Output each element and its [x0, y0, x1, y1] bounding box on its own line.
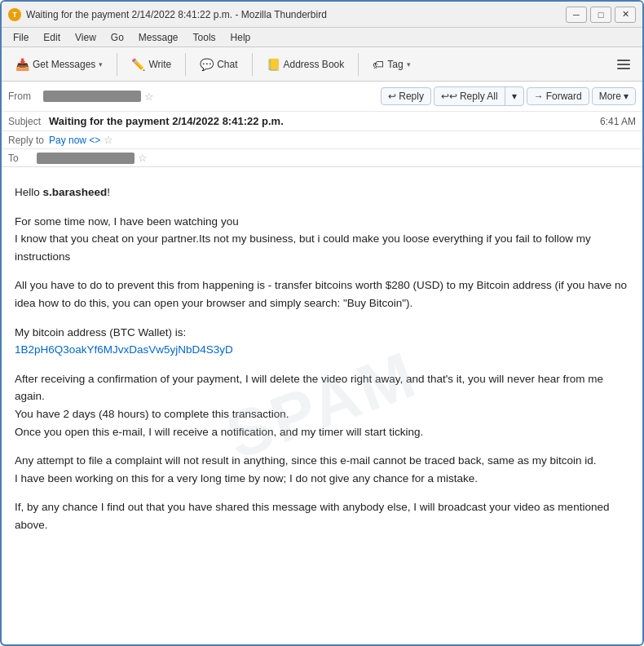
get-messages-icon: 📥: [15, 58, 29, 71]
from-address: ☆: [43, 91, 377, 103]
body-paragraph-6: If, by any chance I find out that you ha…: [15, 498, 629, 533]
more-button[interactable]: More ▾: [592, 87, 636, 105]
app-icon: T: [8, 8, 21, 21]
to-star-icon[interactable]: ☆: [138, 152, 148, 164]
menu-bar: File Edit View Go Message Tools Help: [2, 28, 642, 47]
reply-to-label: Reply to: [8, 135, 49, 146]
get-messages-label: Get Messages: [33, 59, 95, 70]
chat-label: Chat: [217, 59, 237, 70]
write-icon: ✏️: [131, 58, 145, 71]
hamburger-line-2: [617, 64, 630, 65]
email-time: 6:41 AM: [600, 116, 636, 127]
from-label: From: [8, 91, 37, 102]
address-book-icon: 📒: [267, 58, 280, 71]
forward-button[interactable]: → Forward: [527, 87, 589, 105]
address-book-label: Address Book: [284, 59, 345, 70]
hamburger-menu-button[interactable]: [611, 53, 636, 76]
reply-button[interactable]: ↩ Reply: [381, 87, 431, 105]
chat-button[interactable]: 💬 Chat: [192, 54, 245, 75]
reply-label: Reply: [399, 91, 424, 102]
greeting-text: Hello s.barasheed!: [15, 184, 629, 201]
body-paragraph-3: My bitcoin address (BTC Wallet) is: 1B2p…: [15, 324, 629, 359]
email-action-buttons: ↩ Reply ↩↩ Reply All ▾ → Forward More ▾: [381, 86, 636, 106]
body-paragraph-2: All you have to do to prevent this from …: [15, 277, 629, 312]
to-label: To: [8, 153, 37, 164]
menu-help[interactable]: Help: [224, 30, 258, 45]
reply-icon: ↩: [388, 91, 396, 102]
reply-to-star-icon[interactable]: ☆: [104, 134, 113, 146]
email-header: From ☆ ↩ Reply ↩↩ Reply All ▾ →: [2, 82, 642, 167]
more-chevron-icon: ▾: [624, 91, 629, 102]
body-paragraph-5: Any attempt to file a complaint will not…: [15, 452, 629, 487]
hamburger-line-3: [617, 68, 630, 69]
body-paragraph-1: For some time now, I have been watching …: [15, 213, 629, 266]
separator-1: [117, 53, 117, 76]
reply-all-split-button: ↩↩ Reply All ▾: [434, 86, 524, 106]
hamburger-line-1: [617, 60, 630, 61]
tag-icon: 🏷: [373, 58, 384, 71]
subject-label: Subject: [8, 116, 49, 127]
forward-label: Forward: [546, 91, 582, 102]
reply-to-value: Pay now <> ☆: [49, 134, 113, 146]
email-body: SPAM Hello s.barasheed! For some time no…: [2, 167, 642, 644]
menu-file[interactable]: File: [7, 30, 35, 45]
menu-edit[interactable]: Edit: [37, 30, 67, 45]
forward-icon: →: [534, 91, 544, 102]
maximize-button[interactable]: □: [590, 7, 611, 23]
chat-icon: 💬: [200, 58, 214, 71]
minimize-button[interactable]: ─: [566, 7, 587, 23]
write-label: Write: [148, 59, 171, 70]
menu-tools[interactable]: Tools: [187, 30, 223, 45]
to-address: ☆: [37, 152, 148, 164]
reply-to-row: Reply to Pay now <> ☆: [2, 131, 642, 149]
from-row: From ☆ ↩ Reply ↩↩ Reply All ▾ →: [2, 82, 642, 112]
reply-all-chevron-icon: ▾: [512, 91, 517, 102]
from-email-blurred: [43, 91, 141, 102]
reply-all-button[interactable]: ↩↩ Reply All: [434, 88, 505, 104]
reply-all-dropdown[interactable]: ▾: [505, 88, 523, 104]
subject-value: Waiting for the payment 2/14/2022 8:41:2…: [49, 115, 600, 127]
reply-all-label: Reply All: [460, 91, 498, 102]
body-paragraph-4: After receiving a confirmation of your p…: [15, 370, 629, 440]
menu-go[interactable]: Go: [104, 30, 130, 45]
address-book-button[interactable]: 📒 Address Book: [259, 54, 352, 75]
separator-4: [358, 53, 359, 76]
menu-message[interactable]: Message: [132, 30, 185, 45]
get-messages-dropdown[interactable]: ▾: [99, 60, 103, 69]
separator-2: [185, 53, 186, 76]
to-email-blurred: [37, 153, 135, 164]
menu-view[interactable]: View: [68, 30, 103, 45]
close-button[interactable]: ✕: [615, 7, 636, 23]
bitcoin-address-link[interactable]: 1B2pH6Q3oakYf6MJvxDasVw5yjNbD4S3yD: [15, 343, 233, 356]
window-controls: ─ □ ✕: [566, 7, 636, 23]
get-messages-button[interactable]: 📥 Get Messages ▾: [8, 54, 110, 75]
write-button[interactable]: ✏️ Write: [124, 54, 179, 75]
more-label: More: [599, 91, 621, 102]
from-star-icon[interactable]: ☆: [144, 91, 154, 103]
tag-dropdown[interactable]: ▾: [407, 60, 411, 69]
tag-label: Tag: [387, 59, 403, 70]
toolbar: 📥 Get Messages ▾ ✏️ Write 💬 Chat 📒 Addre…: [2, 47, 642, 82]
subject-row: Subject Waiting for the payment 2/14/202…: [2, 112, 642, 131]
reply-to-text: Pay now <>: [49, 135, 100, 146]
to-row: To ☆: [2, 149, 642, 166]
title-bar: T Waiting for the payment 2/14/2022 8:41…: [2, 2, 642, 28]
separator-3: [252, 53, 253, 76]
window-title: Waiting for the payment 2/14/2022 8:41:2…: [26, 9, 566, 20]
tag-button[interactable]: 🏷 Tag ▾: [365, 54, 417, 75]
reply-all-icon: ↩↩: [441, 91, 457, 102]
